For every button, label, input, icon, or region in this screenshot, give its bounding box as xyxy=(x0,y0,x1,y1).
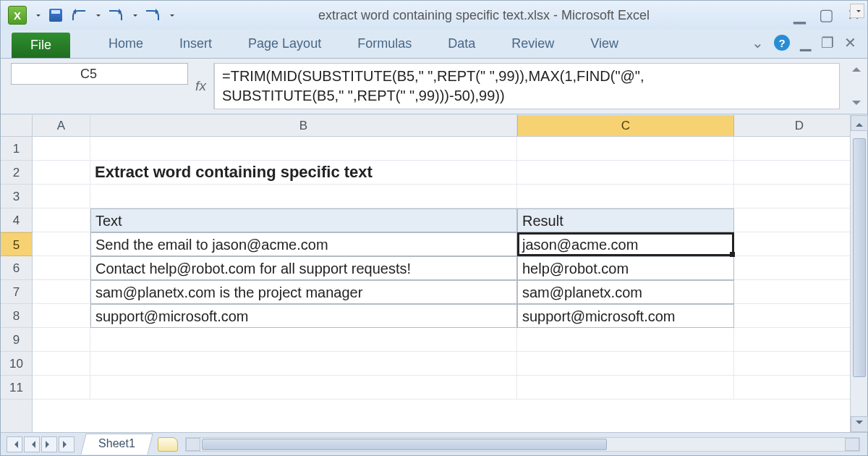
row-header[interactable]: 1 xyxy=(1,137,32,161)
title-cell[interactable]: Extract word containing specific text xyxy=(90,161,517,185)
sheet-nav-prev[interactable] xyxy=(24,436,40,452)
table-header-result[interactable]: Result xyxy=(517,208,734,232)
tab-insert[interactable]: Insert xyxy=(161,31,230,58)
cell[interactable] xyxy=(33,185,90,208)
table-cell-text[interactable]: sam@planetx.com is the project manager xyxy=(90,280,517,304)
help-icon[interactable]: ? xyxy=(774,35,790,51)
row-header[interactable]: 3 xyxy=(1,185,32,208)
scroll-up-button[interactable] xyxy=(851,115,868,131)
cell[interactable] xyxy=(90,328,517,352)
name-box[interactable]: C5 xyxy=(11,63,188,85)
cell[interactable] xyxy=(734,208,865,232)
redo-button[interactable] xyxy=(108,7,124,23)
formula-expand-icon[interactable] xyxy=(852,101,861,109)
cell[interactable] xyxy=(33,208,90,232)
redo2-button[interactable] xyxy=(145,7,161,23)
tab-pagelayout[interactable]: Page Layout xyxy=(230,31,339,58)
tab-review[interactable]: Review xyxy=(493,31,572,58)
sheet-nav-first[interactable] xyxy=(7,436,22,452)
table-cell-result[interactable]: support@microsoft.com xyxy=(517,304,734,328)
grid-area[interactable]: A B C D Extract word containing specific… xyxy=(33,115,867,432)
excel-logo-icon[interactable] xyxy=(8,6,27,25)
cell[interactable] xyxy=(33,304,90,328)
cell[interactable] xyxy=(734,137,865,161)
row-header[interactable]: 4 xyxy=(1,208,32,232)
table-cell-result[interactable]: jason@acme.com xyxy=(517,232,734,256)
formula-scroll-up-icon[interactable] xyxy=(852,63,861,72)
file-tab[interactable]: File xyxy=(12,33,70,58)
cell[interactable] xyxy=(734,376,865,400)
row-header[interactable]: 5 xyxy=(1,232,32,256)
row-header[interactable]: 6 xyxy=(1,256,32,280)
redo-menu-icon[interactable] xyxy=(133,14,137,19)
fx-button[interactable]: fx xyxy=(188,63,214,109)
cell[interactable] xyxy=(734,161,865,185)
scroll-down-button[interactable] xyxy=(851,416,868,432)
cell[interactable] xyxy=(517,328,734,352)
cell[interactable] xyxy=(517,137,734,161)
cell[interactable] xyxy=(517,161,734,185)
cell[interactable] xyxy=(33,280,90,304)
table-cell-result[interactable]: help@robot.com xyxy=(517,256,734,280)
name-box-dropdown-icon[interactable] xyxy=(850,4,864,18)
cell[interactable] xyxy=(90,376,517,400)
sheet-nav-last[interactable] xyxy=(59,436,75,452)
select-all-corner[interactable] xyxy=(1,115,32,137)
table-cell-result[interactable]: sam@planetx.com xyxy=(517,280,734,304)
ribbon-minimize-icon[interactable]: ⌄ xyxy=(752,34,764,51)
row-header[interactable]: 2 xyxy=(1,161,32,185)
qat-logo-menu-icon[interactable] xyxy=(36,14,41,19)
row-header[interactable]: 9 xyxy=(1,328,32,352)
hscroll-left-button[interactable] xyxy=(186,438,200,451)
cell[interactable] xyxy=(734,185,865,208)
cell[interactable] xyxy=(33,328,90,352)
table-header-text[interactable]: Text xyxy=(90,208,517,232)
row-header[interactable]: 8 xyxy=(1,304,32,328)
undo-button[interactable] xyxy=(71,7,87,23)
tab-view[interactable]: View xyxy=(572,31,637,58)
cell[interactable] xyxy=(517,376,734,400)
cell[interactable] xyxy=(33,161,90,185)
doc-minimize-button[interactable]: ▁ xyxy=(800,34,811,51)
cell[interactable] xyxy=(517,185,734,208)
horizontal-scrollbar[interactable] xyxy=(185,437,860,452)
column-header[interactable]: A xyxy=(33,115,90,136)
column-header[interactable]: B xyxy=(90,115,517,136)
cell[interactable] xyxy=(734,352,865,376)
row-header[interactable]: 10 xyxy=(1,352,32,376)
tab-home[interactable]: Home xyxy=(90,31,161,58)
column-header[interactable]: D xyxy=(734,115,865,136)
cell[interactable] xyxy=(90,185,517,208)
hscroll-right-button[interactable] xyxy=(845,438,859,451)
undo-menu-icon[interactable] xyxy=(96,14,101,19)
table-cell-text[interactable]: Contact help@robot.com for all support r… xyxy=(90,256,517,280)
cell[interactable] xyxy=(90,137,517,161)
sheet-nav-next[interactable] xyxy=(41,436,57,452)
cell[interactable] xyxy=(33,137,90,161)
tab-formulas[interactable]: Formulas xyxy=(339,31,430,58)
save-button[interactable] xyxy=(48,7,64,23)
table-cell-text[interactable]: support@microsoft.com xyxy=(90,304,517,328)
tab-data[interactable]: Data xyxy=(430,31,493,58)
maximize-button[interactable]: ▢ xyxy=(819,6,834,25)
vertical-scrollbar[interactable] xyxy=(850,115,867,432)
cell[interactable] xyxy=(734,256,865,280)
row-header[interactable]: 11 xyxy=(1,376,32,400)
cell[interactable] xyxy=(734,304,865,328)
column-header[interactable]: C xyxy=(517,115,734,136)
formula-input[interactable]: =TRIM(MID(SUBSTITUTE(B5," ",REPT(" ",99)… xyxy=(214,63,840,109)
cell[interactable] xyxy=(517,352,734,376)
sheet-tab[interactable]: Sheet1 xyxy=(80,434,153,455)
cell[interactable] xyxy=(734,280,865,304)
row-header[interactable]: 7 xyxy=(1,280,32,304)
minimize-button[interactable]: ▁ xyxy=(793,6,806,25)
cell[interactable] xyxy=(33,232,90,256)
cell[interactable] xyxy=(33,352,90,376)
doc-restore-button[interactable]: ❐ xyxy=(821,34,834,51)
hscroll-thumb[interactable] xyxy=(202,439,607,450)
cell[interactable] xyxy=(734,328,865,352)
cell[interactable] xyxy=(33,376,90,400)
cell[interactable] xyxy=(33,256,90,280)
scroll-thumb[interactable] xyxy=(853,138,866,377)
new-sheet-button[interactable] xyxy=(158,437,178,452)
